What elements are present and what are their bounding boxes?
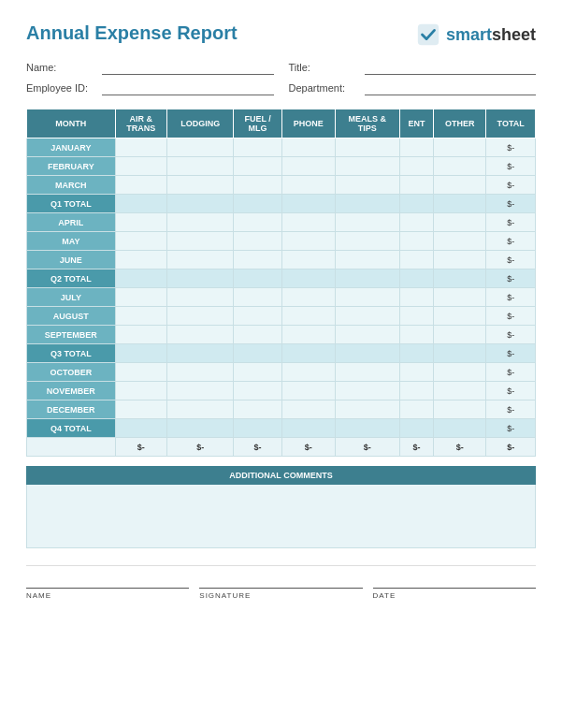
employee-id-input[interactable] (102, 80, 274, 95)
row-data-cell[interactable] (115, 195, 166, 213)
row-data-cell[interactable] (335, 344, 399, 363)
row-data-cell[interactable] (434, 326, 486, 344)
row-data-cell[interactable] (115, 419, 166, 438)
row-data-cell[interactable] (434, 419, 486, 438)
row-data-cell[interactable] (115, 213, 166, 232)
row-data-cell[interactable] (234, 363, 281, 382)
row-data-cell[interactable] (434, 157, 486, 176)
row-data-cell[interactable] (281, 232, 335, 251)
row-data-cell[interactable] (399, 157, 433, 176)
row-data-cell[interactable] (234, 269, 281, 288)
row-data-cell[interactable] (167, 251, 234, 269)
row-data-cell[interactable] (167, 213, 234, 232)
row-data-cell[interactable] (234, 400, 281, 419)
row-data-cell[interactable] (167, 419, 234, 438)
row-data-cell[interactable] (281, 307, 335, 326)
row-data-cell[interactable] (167, 157, 234, 176)
row-data-cell[interactable] (335, 157, 399, 176)
row-data-cell[interactable] (115, 157, 166, 176)
row-data-cell[interactable] (281, 363, 335, 382)
row-data-cell[interactable] (115, 251, 166, 269)
row-data-cell[interactable] (335, 232, 399, 251)
row-data-cell[interactable] (281, 176, 335, 195)
row-data-cell[interactable] (399, 138, 433, 157)
name-sig-line[interactable] (26, 572, 189, 589)
row-data-cell[interactable] (434, 363, 486, 382)
row-data-cell[interactable] (434, 138, 486, 157)
row-data-cell[interactable] (335, 382, 399, 400)
row-data-cell[interactable] (434, 344, 486, 363)
row-data-cell[interactable] (281, 344, 335, 363)
row-data-cell[interactable] (167, 307, 234, 326)
row-data-cell[interactable] (167, 382, 234, 400)
date-sig-line[interactable] (373, 572, 536, 589)
row-data-cell[interactable] (335, 269, 399, 288)
title-input[interactable] (365, 60, 537, 75)
row-data-cell[interactable] (399, 326, 433, 344)
row-data-cell[interactable] (281, 157, 335, 176)
row-data-cell[interactable] (434, 307, 486, 326)
row-data-cell[interactable] (335, 307, 399, 326)
row-data-cell[interactable] (234, 157, 281, 176)
row-data-cell[interactable] (434, 232, 486, 251)
row-data-cell[interactable] (234, 382, 281, 400)
row-data-cell[interactable] (281, 195, 335, 213)
row-data-cell[interactable] (399, 307, 433, 326)
row-data-cell[interactable] (234, 344, 281, 363)
row-data-cell[interactable] (234, 213, 281, 232)
row-data-cell[interactable] (399, 176, 433, 195)
row-data-cell[interactable] (234, 195, 281, 213)
row-data-cell[interactable] (434, 195, 486, 213)
row-data-cell[interactable] (335, 419, 399, 438)
row-data-cell[interactable] (281, 213, 335, 232)
row-data-cell[interactable] (167, 232, 234, 251)
row-data-cell[interactable] (335, 400, 399, 419)
row-data-cell[interactable] (234, 138, 281, 157)
row-data-cell[interactable] (115, 382, 166, 400)
row-data-cell[interactable] (234, 326, 281, 344)
row-data-cell[interactable] (434, 288, 486, 307)
row-data-cell[interactable] (234, 232, 281, 251)
row-data-cell[interactable] (399, 251, 433, 269)
row-data-cell[interactable] (234, 419, 281, 438)
row-data-cell[interactable] (115, 344, 166, 363)
row-data-cell[interactable] (335, 176, 399, 195)
row-data-cell[interactable] (335, 251, 399, 269)
row-data-cell[interactable] (399, 269, 433, 288)
row-data-cell[interactable] (434, 251, 486, 269)
row-data-cell[interactable] (335, 195, 399, 213)
row-data-cell[interactable] (399, 213, 433, 232)
row-data-cell[interactable] (167, 326, 234, 344)
row-data-cell[interactable] (281, 269, 335, 288)
row-data-cell[interactable] (115, 326, 166, 344)
row-data-cell[interactable] (399, 400, 433, 419)
name-input[interactable] (102, 60, 274, 75)
row-data-cell[interactable] (434, 400, 486, 419)
row-data-cell[interactable] (399, 288, 433, 307)
row-data-cell[interactable] (234, 176, 281, 195)
row-data-cell[interactable] (399, 419, 433, 438)
row-data-cell[interactable] (281, 251, 335, 269)
row-data-cell[interactable] (115, 363, 166, 382)
row-data-cell[interactable] (167, 344, 234, 363)
row-data-cell[interactable] (335, 288, 399, 307)
row-data-cell[interactable] (399, 344, 433, 363)
row-data-cell[interactable] (115, 176, 166, 195)
row-data-cell[interactable] (115, 232, 166, 251)
row-data-cell[interactable] (281, 326, 335, 344)
row-data-cell[interactable] (234, 307, 281, 326)
row-data-cell[interactable] (399, 195, 433, 213)
row-data-cell[interactable] (234, 251, 281, 269)
row-data-cell[interactable] (335, 213, 399, 232)
row-data-cell[interactable] (167, 269, 234, 288)
row-data-cell[interactable] (434, 213, 486, 232)
row-data-cell[interactable] (167, 400, 234, 419)
row-data-cell[interactable] (335, 363, 399, 382)
row-data-cell[interactable] (115, 288, 166, 307)
row-data-cell[interactable] (115, 400, 166, 419)
row-data-cell[interactable] (115, 138, 166, 157)
row-data-cell[interactable] (281, 382, 335, 400)
row-data-cell[interactable] (281, 400, 335, 419)
department-input[interactable] (365, 80, 537, 95)
row-data-cell[interactable] (234, 288, 281, 307)
